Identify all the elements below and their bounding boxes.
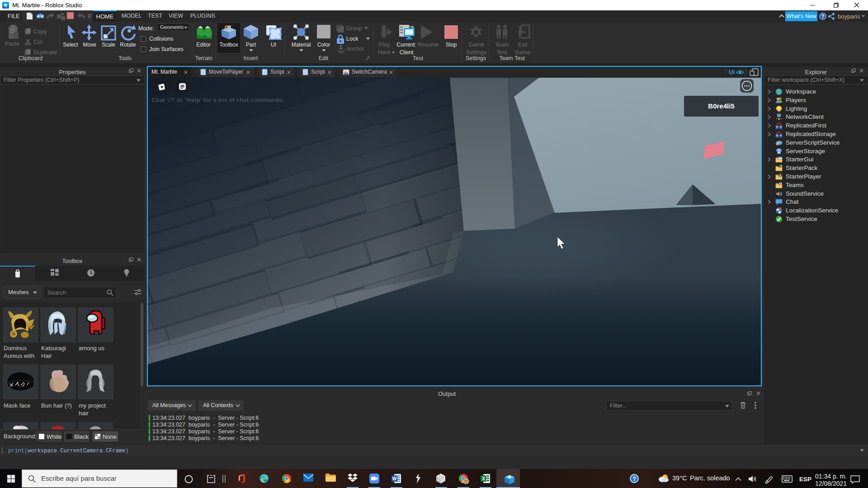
svg-text:?: ? (821, 14, 825, 19)
svg-text:?: ? (632, 475, 636, 482)
svg-text:W: W (392, 476, 397, 481)
svg-text:X: X (482, 476, 485, 481)
